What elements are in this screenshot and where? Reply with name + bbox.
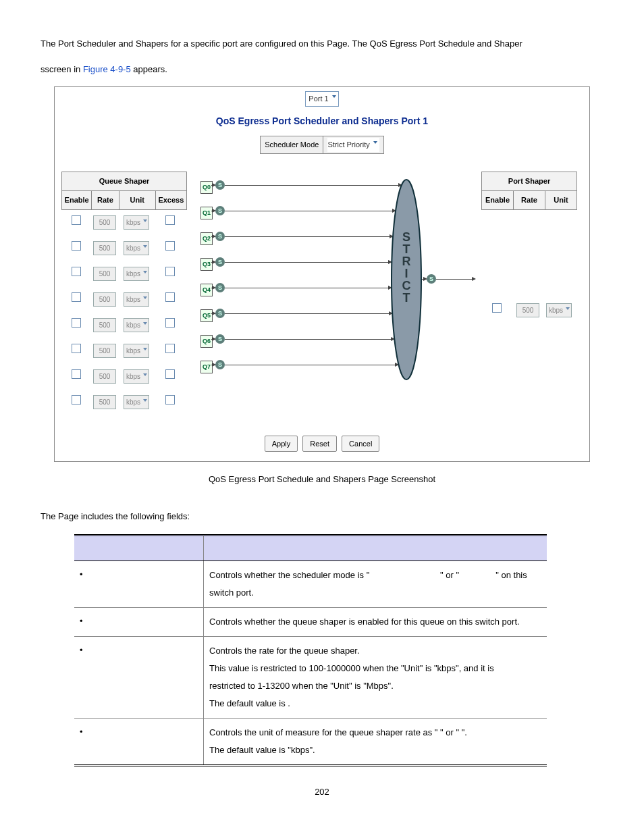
queue-unit-select[interactable]: kbps <box>124 395 149 409</box>
queue-unit-select[interactable]: kbps <box>124 369 149 384</box>
port-enable-checkbox[interactable] <box>492 303 502 313</box>
queue-excess-checkbox[interactable] <box>165 318 175 328</box>
queue-rate-input[interactable]: 500 <box>93 318 116 332</box>
queue-shaper-section: Queue Shaper Enable Rate Unit Excess 500… <box>61 172 187 415</box>
s-icon: S <box>427 274 436 284</box>
queue-excess-checkbox[interactable] <box>165 241 175 251</box>
screenshot-title: QoS Egress Port Scheduler and Shapers Po… <box>55 108 589 136</box>
col-excess: Excess <box>155 191 186 209</box>
queue-enable-checkbox[interactable] <box>72 395 81 405</box>
table-row: Controls the rate for the queue shaper.T… <box>74 636 547 718</box>
queue-excess-checkbox[interactable] <box>165 395 175 405</box>
queue-enable-checkbox[interactable] <box>72 292 81 302</box>
s-icon: S <box>215 283 225 292</box>
port-unit-select[interactable]: kbps <box>546 303 572 317</box>
table-row: Controls whether the queue shaper is ena… <box>74 607 547 636</box>
queue-unit-select[interactable]: kbps <box>124 215 149 230</box>
queue-label: Q3 <box>200 258 213 271</box>
s-icon: S <box>215 232 225 241</box>
s-icon: S <box>215 180 225 190</box>
queue-unit-select[interactable]: kbps <box>124 292 149 307</box>
queue-excess-checkbox[interactable] <box>165 215 175 225</box>
queue-rate-input[interactable]: 500 <box>93 215 116 230</box>
queue-enable-checkbox[interactable] <box>72 267 81 276</box>
queue-row: 500kbps <box>61 287 187 313</box>
queue-row: 500kbps <box>61 338 187 364</box>
col-enable: Enable <box>62 191 91 209</box>
queue-label: Q5 <box>200 309 213 322</box>
queue-unit-select[interactable]: kbps <box>124 241 149 255</box>
queue-rate-input[interactable]: 500 <box>93 267 116 281</box>
figure-ref-link[interactable]: Figure 4-9-5 <box>83 64 131 74</box>
fields-intro: The Page includes the following fields: <box>41 509 603 525</box>
th-description <box>204 535 547 561</box>
s-icon: S <box>215 360 225 369</box>
queue-enable-checkbox[interactable] <box>72 369 81 379</box>
queue-excess-checkbox[interactable] <box>165 369 175 379</box>
fields-table: Controls whether the scheduler mode is "… <box>74 534 547 766</box>
apply-button[interactable]: Apply <box>265 436 298 452</box>
strict-label: STRICT <box>390 231 423 304</box>
description-cell: Controls whether the scheduler mode is "… <box>204 561 547 607</box>
description-cell: Controls the unit of measure for the que… <box>204 718 547 765</box>
queue-label: Q4 <box>200 284 213 296</box>
queue-enable-checkbox[interactable] <box>72 215 81 225</box>
queue-shaper-header: Queue Shaper <box>62 172 186 191</box>
queue-excess-checkbox[interactable] <box>165 267 175 276</box>
queue-label: Q2 <box>200 232 213 245</box>
page-number: 202 <box>41 784 603 801</box>
col-unit: Unit <box>119 191 155 209</box>
table-row: Controls whether the scheduler mode is "… <box>74 561 547 607</box>
queue-label: Q0 <box>200 181 213 194</box>
queue-row: 500kbps <box>61 390 187 415</box>
description-cell: Controls the rate for the queue shaper.T… <box>204 636 547 718</box>
object-cell <box>74 718 204 765</box>
screenshot-caption: QoS Egress Port Schedule and Shapers Pag… <box>41 471 603 488</box>
screenshot-panel: Port 1 QoS Egress Port Scheduler and Sha… <box>54 86 590 462</box>
scheduler-mode-select[interactable]: Strict Priority <box>327 138 379 152</box>
s-icon: S <box>215 309 225 318</box>
port-rate-input[interactable]: 500 <box>516 303 539 317</box>
queue-excess-checkbox[interactable] <box>165 292 175 302</box>
table-row: Controls the unit of measure for the que… <box>74 718 547 765</box>
description-cell: Controls whether the queue shaper is ena… <box>204 607 547 636</box>
object-cell <box>74 607 204 636</box>
queue-row: 500kbps <box>61 210 187 236</box>
object-cell <box>74 561 204 607</box>
queue-label: Q1 <box>200 207 213 219</box>
s-icon: S <box>215 257 225 267</box>
intro-p1: The Port Scheduler and Shapers for a spe… <box>41 36 603 53</box>
port-shaper-section: Port Shaper Enable Rate Unit 500 kbps <box>481 172 583 323</box>
cancel-button[interactable]: Cancel <box>342 436 379 452</box>
queue-label: Q7 <box>200 361 213 373</box>
s-icon: S <box>215 334 225 344</box>
scheduler-mode-label: Scheduler Mode <box>260 136 323 154</box>
queue-rate-input[interactable]: 500 <box>93 369 116 384</box>
queue-rate-input[interactable]: 500 <box>93 344 116 358</box>
queue-row: 500kbps <box>61 261 187 287</box>
queue-row: 500kbps <box>61 364 187 390</box>
diagram: Q0SQ1SQ2SQ3SQ4SQ5SQ6SQ7S STRICT S <box>187 172 468 401</box>
reset-button[interactable]: Reset <box>302 436 337 452</box>
queue-row: 500kbps <box>61 236 187 261</box>
s-icon: S <box>215 206 225 215</box>
col-rate: Rate <box>91 191 118 209</box>
queue-unit-select[interactable]: kbps <box>124 318 149 332</box>
th-object <box>74 535 204 561</box>
queue-label: Q6 <box>200 335 213 348</box>
port-shaper-header: Port Shaper <box>482 172 576 191</box>
object-cell <box>74 636 204 718</box>
queue-unit-select[interactable]: kbps <box>124 267 149 281</box>
queue-enable-checkbox[interactable] <box>72 344 81 353</box>
queue-rate-input[interactable]: 500 <box>93 241 116 255</box>
intro-p2: sscreen in Figure 4-9-5 appears. <box>41 61 603 78</box>
port-select[interactable]: Port 1 <box>305 91 338 107</box>
queue-excess-checkbox[interactable] <box>165 344 175 353</box>
queue-row: 500kbps <box>61 313 187 338</box>
queue-rate-input[interactable]: 500 <box>93 292 116 307</box>
queue-rate-input[interactable]: 500 <box>93 395 116 409</box>
queue-enable-checkbox[interactable] <box>72 241 81 251</box>
queue-unit-select[interactable]: kbps <box>124 344 149 358</box>
queue-enable-checkbox[interactable] <box>72 318 81 328</box>
